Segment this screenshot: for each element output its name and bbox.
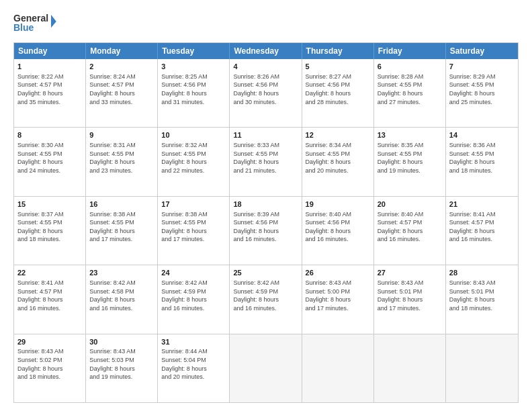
- calendar-cell: [374, 334, 446, 402]
- calendar-cell: 6Sunrise: 8:28 AM Sunset: 4:55 PM Daylig…: [374, 59, 446, 127]
- calendar-body: 1Sunrise: 8:22 AM Sunset: 4:57 PM Daylig…: [14, 59, 518, 402]
- calendar-cell: 19Sunrise: 8:40 AM Sunset: 4:56 PM Dayli…: [302, 197, 374, 265]
- day-number: 1: [17, 62, 82, 72]
- day-info: Sunrise: 8:43 AM Sunset: 5:02 PM Dayligh…: [17, 347, 82, 381]
- day-info: Sunrise: 8:38 AM Sunset: 4:55 PM Dayligh…: [89, 210, 154, 244]
- calendar-cell: 1Sunrise: 8:22 AM Sunset: 4:57 PM Daylig…: [14, 59, 86, 127]
- day-info: Sunrise: 8:38 AM Sunset: 4:55 PM Dayligh…: [161, 210, 226, 244]
- day-number: 13: [378, 130, 442, 140]
- day-info: Sunrise: 8:29 AM Sunset: 4:55 PM Dayligh…: [449, 73, 515, 106]
- header-day-wednesday: Wednesday: [230, 43, 302, 59]
- calendar-cell: 28Sunrise: 8:43 AM Sunset: 5:01 PM Dayli…: [446, 265, 518, 333]
- day-info: Sunrise: 8:40 AM Sunset: 4:56 PM Dayligh…: [306, 210, 370, 244]
- day-info: Sunrise: 8:31 AM Sunset: 4:55 PM Dayligh…: [89, 141, 154, 175]
- calendar-row-1: 1Sunrise: 8:22 AM Sunset: 4:57 PM Daylig…: [14, 59, 518, 128]
- day-info: Sunrise: 8:40 AM Sunset: 4:57 PM Dayligh…: [378, 210, 442, 244]
- header-day-friday: Friday: [374, 43, 446, 59]
- calendar-cell: 21Sunrise: 8:41 AM Sunset: 4:57 PM Dayli…: [446, 197, 518, 265]
- calendar-cell: 23Sunrise: 8:42 AM Sunset: 4:58 PM Dayli…: [86, 265, 158, 333]
- calendar-cell: 5Sunrise: 8:27 AM Sunset: 4:56 PM Daylig…: [302, 59, 374, 127]
- day-number: 3: [161, 62, 226, 72]
- header-day-monday: Monday: [86, 43, 158, 59]
- day-number: 8: [17, 130, 82, 140]
- day-number: 6: [378, 62, 442, 72]
- day-number: 25: [233, 268, 298, 278]
- day-info: Sunrise: 8:30 AM Sunset: 4:55 PM Dayligh…: [17, 141, 82, 175]
- calendar-cell: 18Sunrise: 8:39 AM Sunset: 4:56 PM Dayli…: [230, 197, 302, 265]
- day-info: Sunrise: 8:26 AM Sunset: 4:56 PM Dayligh…: [233, 73, 298, 106]
- calendar-cell: 9Sunrise: 8:31 AM Sunset: 4:55 PM Daylig…: [86, 128, 158, 195]
- header-day-tuesday: Tuesday: [158, 43, 230, 59]
- day-info: Sunrise: 8:42 AM Sunset: 4:59 PM Dayligh…: [233, 279, 298, 312]
- calendar-cell: [302, 334, 374, 402]
- day-number: 17: [161, 199, 226, 210]
- svg-marker-2: [51, 15, 56, 28]
- calendar-cell: 15Sunrise: 8:37 AM Sunset: 4:55 PM Dayli…: [14, 197, 86, 265]
- calendar-row-3: 15Sunrise: 8:37 AM Sunset: 4:55 PM Dayli…: [14, 197, 518, 265]
- day-number: 10: [161, 130, 226, 140]
- day-info: Sunrise: 8:36 AM Sunset: 4:55 PM Dayligh…: [449, 141, 515, 175]
- calendar-cell: [230, 334, 302, 402]
- day-number: 27: [378, 268, 442, 278]
- calendar: SundayMondayTuesdayWednesdayThursdayFrid…: [13, 42, 519, 403]
- day-info: Sunrise: 8:25 AM Sunset: 4:56 PM Dayligh…: [161, 73, 226, 106]
- page: GeneralBlue SundayMondayTuesdayWednesday…: [0, 0, 532, 411]
- day-info: Sunrise: 8:43 AM Sunset: 5:00 PM Dayligh…: [306, 279, 370, 312]
- calendar-cell: 17Sunrise: 8:38 AM Sunset: 4:55 PM Dayli…: [158, 197, 230, 265]
- header: GeneralBlue: [13, 12, 519, 36]
- day-info: Sunrise: 8:33 AM Sunset: 4:55 PM Dayligh…: [233, 141, 298, 175]
- calendar-cell: 10Sunrise: 8:32 AM Sunset: 4:55 PM Dayli…: [158, 128, 230, 195]
- day-info: Sunrise: 8:24 AM Sunset: 4:57 PM Dayligh…: [89, 73, 154, 106]
- calendar-cell: 13Sunrise: 8:35 AM Sunset: 4:55 PM Dayli…: [374, 128, 446, 195]
- logo: GeneralBlue: [13, 12, 60, 36]
- svg-text:Blue: Blue: [13, 22, 34, 33]
- day-info: Sunrise: 8:32 AM Sunset: 4:55 PM Dayligh…: [161, 141, 226, 175]
- day-number: 19: [306, 199, 370, 210]
- header-day-sunday: Sunday: [14, 43, 86, 59]
- calendar-cell: 16Sunrise: 8:38 AM Sunset: 4:55 PM Dayli…: [86, 197, 158, 265]
- day-number: 5: [306, 62, 370, 72]
- calendar-row-2: 8Sunrise: 8:30 AM Sunset: 4:55 PM Daylig…: [14, 128, 518, 196]
- calendar-cell: 30Sunrise: 8:43 AM Sunset: 5:03 PM Dayli…: [86, 334, 158, 402]
- day-info: Sunrise: 8:41 AM Sunset: 4:57 PM Dayligh…: [449, 210, 515, 244]
- day-info: Sunrise: 8:39 AM Sunset: 4:56 PM Dayligh…: [233, 210, 298, 244]
- calendar-cell: 4Sunrise: 8:26 AM Sunset: 4:56 PM Daylig…: [230, 59, 302, 127]
- calendar-cell: 22Sunrise: 8:41 AM Sunset: 4:57 PM Dayli…: [14, 265, 86, 333]
- day-number: 15: [17, 199, 82, 210]
- day-info: Sunrise: 8:37 AM Sunset: 4:55 PM Dayligh…: [17, 210, 82, 244]
- day-info: Sunrise: 8:22 AM Sunset: 4:57 PM Dayligh…: [17, 73, 82, 106]
- day-number: 30: [89, 337, 154, 347]
- calendar-cell: 20Sunrise: 8:40 AM Sunset: 4:57 PM Dayli…: [374, 197, 446, 265]
- calendar-cell: 8Sunrise: 8:30 AM Sunset: 4:55 PM Daylig…: [14, 128, 86, 195]
- logo-svg: GeneralBlue: [13, 12, 60, 36]
- calendar-cell: 31Sunrise: 8:44 AM Sunset: 5:04 PM Dayli…: [158, 334, 230, 402]
- day-number: 16: [89, 199, 154, 210]
- header-day-thursday: Thursday: [302, 43, 374, 59]
- day-info: Sunrise: 8:42 AM Sunset: 4:58 PM Dayligh…: [89, 279, 154, 312]
- calendar-cell: 27Sunrise: 8:43 AM Sunset: 5:01 PM Dayli…: [374, 265, 446, 333]
- day-info: Sunrise: 8:43 AM Sunset: 5:01 PM Dayligh…: [449, 279, 515, 312]
- calendar-cell: [446, 334, 518, 402]
- day-number: 12: [306, 130, 370, 140]
- day-info: Sunrise: 8:43 AM Sunset: 5:01 PM Dayligh…: [378, 279, 442, 312]
- day-number: 23: [89, 268, 154, 278]
- day-number: 29: [17, 337, 82, 347]
- calendar-cell: 29Sunrise: 8:43 AM Sunset: 5:02 PM Dayli…: [14, 334, 86, 402]
- day-info: Sunrise: 8:43 AM Sunset: 5:03 PM Dayligh…: [89, 347, 154, 381]
- day-info: Sunrise: 8:34 AM Sunset: 4:55 PM Dayligh…: [306, 141, 370, 175]
- calendar-cell: 26Sunrise: 8:43 AM Sunset: 5:00 PM Dayli…: [302, 265, 374, 333]
- calendar-cell: 12Sunrise: 8:34 AM Sunset: 4:55 PM Dayli…: [302, 128, 374, 195]
- day-number: 18: [233, 199, 298, 210]
- calendar-cell: 3Sunrise: 8:25 AM Sunset: 4:56 PM Daylig…: [158, 59, 230, 127]
- day-number: 4: [233, 62, 298, 72]
- day-number: 7: [449, 62, 515, 72]
- header-day-saturday: Saturday: [446, 43, 518, 59]
- calendar-header: SundayMondayTuesdayWednesdayThursdayFrid…: [14, 43, 518, 59]
- day-number: 9: [89, 130, 154, 140]
- day-number: 26: [306, 268, 370, 278]
- day-number: 31: [161, 337, 226, 347]
- calendar-cell: 7Sunrise: 8:29 AM Sunset: 4:55 PM Daylig…: [446, 59, 518, 127]
- day-number: 14: [449, 130, 515, 140]
- day-info: Sunrise: 8:42 AM Sunset: 4:59 PM Dayligh…: [161, 279, 226, 312]
- calendar-cell: 24Sunrise: 8:42 AM Sunset: 4:59 PM Dayli…: [158, 265, 230, 333]
